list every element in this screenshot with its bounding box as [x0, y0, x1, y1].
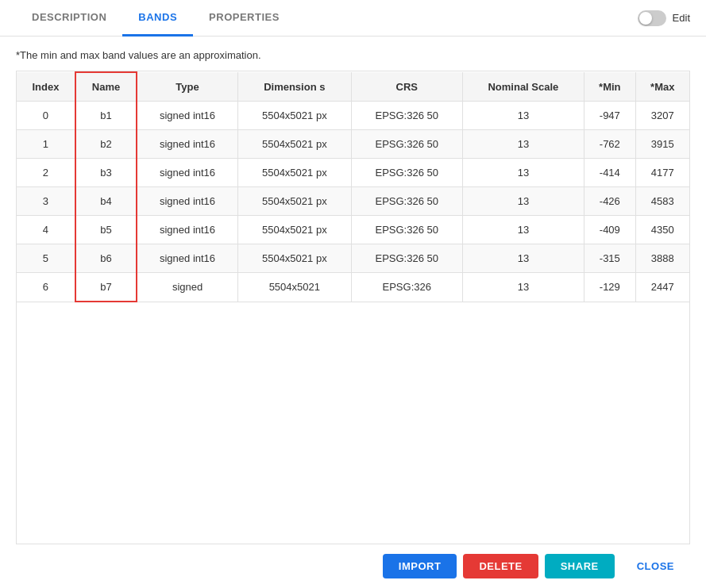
cell-dimensions: 5504x5021 [237, 273, 351, 302]
cell-crs: EPSG:326 50 [351, 159, 462, 187]
cell-type: signed int16 [137, 216, 237, 244]
edit-toggle-switch[interactable] [638, 10, 666, 26]
cell-name: b7 [75, 273, 137, 302]
cell-max: 4350 [635, 216, 689, 244]
cell-min: -409 [584, 216, 635, 244]
cell-name: b2 [75, 130, 137, 159]
bands-table: Index Name Type Dimension s CRS Nominal … [17, 71, 689, 302]
table-row: 5b6signed int165504x5021 pxEPSG:326 5013… [17, 244, 689, 273]
import-button[interactable]: IMPORT [383, 554, 457, 578]
toggle-knob [639, 12, 652, 25]
cell-dimensions: 5504x5021 px [237, 187, 351, 216]
cell-name: b3 [75, 159, 137, 187]
cell-nominal-scale: 13 [462, 187, 584, 216]
cell-nominal-scale: 13 [462, 216, 584, 244]
cell-min: -947 [584, 102, 635, 130]
cell-crs: EPSG:326 50 [351, 216, 462, 244]
cell-index: 4 [17, 216, 75, 244]
cell-crs: EPSG:326 50 [351, 102, 462, 130]
table-row: 2b3signed int165504x5021 pxEPSG:326 5013… [17, 159, 689, 187]
cell-min: -414 [584, 159, 635, 187]
cell-type: signed int16 [137, 130, 237, 159]
close-button[interactable]: CLOSE [621, 554, 690, 578]
col-header-index: Index [17, 72, 75, 102]
content-area: *The min and max band values are an appr… [0, 37, 706, 544]
col-header-crs: CRS [351, 72, 462, 102]
cell-index: 5 [17, 244, 75, 273]
col-header-dimensions: Dimension s [237, 72, 351, 102]
cell-nominal-scale: 13 [462, 102, 584, 130]
cell-nominal-scale: 13 [462, 273, 584, 302]
cell-crs: EPSG:326 [351, 273, 462, 302]
cell-name: b5 [75, 216, 137, 244]
edit-toggle-container: Edit [638, 10, 690, 26]
note-text: *The min and max band values are an appr… [16, 49, 690, 61]
cell-name: b1 [75, 102, 137, 130]
cell-dimensions: 5504x5021 px [237, 244, 351, 273]
bands-table-wrapper[interactable]: Index Name Type Dimension s CRS Nominal … [16, 71, 690, 544]
col-header-name: Name [75, 72, 137, 102]
cell-min: -129 [584, 273, 635, 302]
cell-max: 3207 [635, 102, 689, 130]
edit-label: Edit [673, 12, 690, 24]
cell-type: signed [137, 273, 237, 302]
cell-index: 2 [17, 159, 75, 187]
share-button[interactable]: SHARE [545, 554, 615, 578]
tab-properties[interactable]: PROPERTIES [193, 0, 295, 37]
col-header-nominal-scale: Nominal Scale [462, 72, 584, 102]
cell-dimensions: 5504x5021 px [237, 130, 351, 159]
cell-dimensions: 5504x5021 px [237, 159, 351, 187]
cell-nominal-scale: 13 [462, 244, 584, 273]
cell-nominal-scale: 13 [462, 130, 584, 159]
cell-min: -762 [584, 130, 635, 159]
cell-index: 6 [17, 273, 75, 302]
cell-dimensions: 5504x5021 px [237, 102, 351, 130]
cell-type: signed int16 [137, 159, 237, 187]
cell-max: 2447 [635, 273, 689, 302]
table-row: 3b4signed int165504x5021 pxEPSG:326 5013… [17, 187, 689, 216]
cell-nominal-scale: 13 [462, 159, 584, 187]
cell-max: 4583 [635, 187, 689, 216]
table-row: 6b7signed5504x5021EPSG:32613-1292447 [17, 273, 689, 302]
delete-button[interactable]: DELETE [463, 554, 538, 578]
col-header-type: Type [137, 72, 237, 102]
cell-index: 0 [17, 102, 75, 130]
tab-description[interactable]: DESCRIPTION [16, 0, 122, 37]
cell-name: b6 [75, 244, 137, 273]
cell-index: 3 [17, 187, 75, 216]
cell-max: 3915 [635, 130, 689, 159]
cell-max: 3888 [635, 244, 689, 273]
col-header-min: *Min [584, 72, 635, 102]
cell-max: 4177 [635, 159, 689, 187]
cell-min: -426 [584, 187, 635, 216]
cell-type: signed int16 [137, 244, 237, 273]
cell-crs: EPSG:326 50 [351, 130, 462, 159]
cell-crs: EPSG:326 50 [351, 244, 462, 273]
cell-crs: EPSG:326 50 [351, 187, 462, 216]
cell-index: 1 [17, 130, 75, 159]
cell-type: signed int16 [137, 187, 237, 216]
table-row: 4b5signed int165504x5021 pxEPSG:326 5013… [17, 216, 689, 244]
footer: IMPORT DELETE SHARE CLOSE [0, 544, 706, 588]
cell-dimensions: 5504x5021 px [237, 216, 351, 244]
table-row: 0b1signed int165504x5021 pxEPSG:326 5013… [17, 102, 689, 130]
tabs-bar: DESCRIPTION BANDS PROPERTIES Edit [0, 0, 706, 37]
table-header-row: Index Name Type Dimension s CRS Nominal … [17, 72, 689, 102]
tab-bands[interactable]: BANDS [122, 0, 193, 37]
table-row: 1b2signed int165504x5021 pxEPSG:326 5013… [17, 130, 689, 159]
cell-name: b4 [75, 187, 137, 216]
col-header-max: *Max [635, 72, 689, 102]
cell-min: -315 [584, 244, 635, 273]
cell-type: signed int16 [137, 102, 237, 130]
